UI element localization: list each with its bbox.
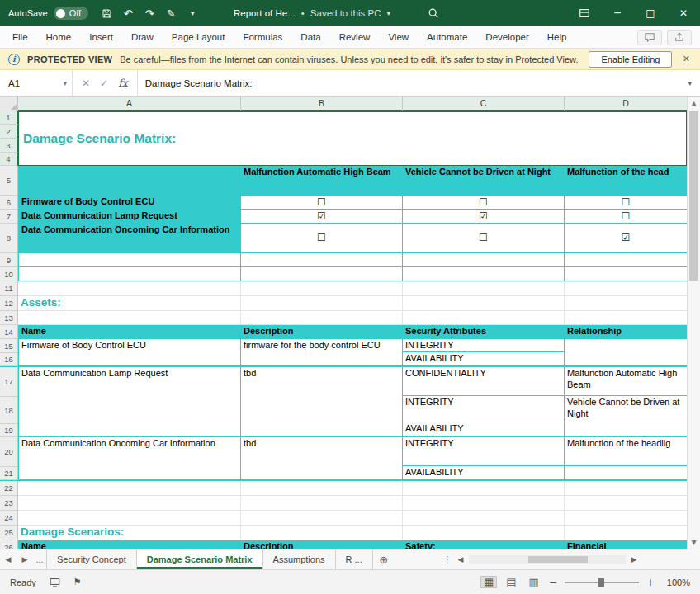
checkbox-c8[interactable]: ☐	[403, 224, 565, 253]
row-header-23[interactable]: 23	[0, 496, 18, 511]
cell-d19[interactable]	[565, 422, 687, 436]
comments-icon[interactable]	[637, 30, 662, 45]
autosave-toggle[interactable]: Off	[54, 7, 88, 20]
cell-c17[interactable]: CONFIDENTIALITY	[403, 367, 565, 396]
cell-d20[interactable]: Malfunction of the headlig	[565, 437, 687, 466]
row-header-13[interactable]: 13	[0, 311, 18, 325]
cell-d12[interactable]	[565, 296, 687, 311]
cell-c24[interactable]	[403, 511, 565, 526]
share-icon[interactable]	[667, 30, 692, 45]
cell-d22[interactable]	[565, 481, 687, 496]
pen-icon[interactable]: ✎	[161, 2, 181, 24]
cell-c16[interactable]: AVAILABILITY	[403, 352, 565, 365]
cell-d17[interactable]: Malfunction Automatic High Beam	[565, 367, 687, 396]
tab-help[interactable]: Help	[538, 26, 576, 48]
row-header-4[interactable]: 4	[0, 153, 18, 166]
cell-b14[interactable]: Description	[241, 325, 403, 339]
tab-file[interactable]: File	[3, 26, 37, 48]
tab-insert[interactable]: Insert	[80, 26, 122, 48]
cell-a7[interactable]: Data Communication Lamp Request	[18, 210, 241, 224]
tab-scroll-right-icon[interactable]: ▶	[17, 549, 33, 569]
cell-a12-assets-heading[interactable]: Assets:	[18, 296, 241, 311]
cell-a6[interactable]: Firmware of Body Control ECU	[18, 196, 241, 210]
cell-b9[interactable]	[241, 253, 403, 267]
accessibility-icon[interactable]	[50, 578, 60, 587]
vertical-scroll-thumb[interactable]	[689, 111, 698, 280]
insert-function-icon[interactable]: fx	[118, 77, 128, 89]
enter-icon[interactable]: ✓	[100, 78, 108, 89]
cell-a26[interactable]: Name	[18, 540, 241, 549]
checkbox-b8[interactable]: ☐	[241, 224, 403, 253]
page-break-view-icon[interactable]: ▥	[527, 577, 542, 587]
cell-a22[interactable]	[18, 481, 241, 496]
cell-d18[interactable]: Vehicle Cannot be Driven at Night	[565, 396, 687, 422]
cell-b12[interactable]	[241, 296, 403, 311]
cell-c14[interactable]: Security Attributes	[403, 325, 565, 339]
checkbox-b6[interactable]: ☐	[241, 196, 403, 210]
cell-c22[interactable]	[403, 481, 565, 496]
vertical-scroll-track[interactable]	[688, 110, 700, 535]
column-header-c[interactable]: C	[403, 97, 565, 111]
new-sheet-icon[interactable]: ⊕	[373, 549, 395, 569]
vertical-scrollbar[interactable]: ▲ ▼	[687, 97, 700, 549]
row-header-16[interactable]: 16	[0, 353, 18, 366]
cell-a11[interactable]	[18, 281, 241, 296]
name-box[interactable]: A1 ▾	[0, 70, 73, 96]
tab-page-layout[interactable]: Page Layout	[163, 26, 234, 48]
column-header-a[interactable]: A	[18, 97, 241, 111]
cell-c21[interactable]: AVAILABILITY	[403, 466, 565, 479]
page-layout-view-icon[interactable]: ▤	[504, 577, 518, 587]
tab-home[interactable]: Home	[37, 26, 81, 48]
cell-a8[interactable]: Data Communication Oncoming Car Informat…	[18, 224, 241, 253]
row-header-19[interactable]: 19	[0, 424, 18, 437]
row-header-18[interactable]: 18	[0, 397, 18, 424]
macro-record-icon[interactable]: ⚑	[73, 577, 82, 587]
save-icon[interactable]	[97, 2, 116, 24]
tab-overflow-indicator[interactable]: ...	[33, 549, 46, 569]
row-header-2[interactable]: 2	[0, 125, 18, 139]
cell-c25[interactable]	[403, 526, 565, 540]
cell-b17[interactable]: tbd	[241, 367, 403, 436]
document-title-area[interactable]: Report of He... • Saved to this PC ▾	[234, 0, 390, 26]
row-header-25[interactable]: 25	[0, 526, 18, 540]
tab-review[interactable]: Review	[330, 26, 380, 48]
hscroll-left-icon[interactable]: ◀	[452, 549, 469, 569]
cell-b15[interactable]: firmware for the body control ECU	[241, 339, 403, 365]
tab-draw[interactable]: Draw	[122, 26, 163, 48]
formula-bar-expand-icon[interactable]: ▾	[679, 70, 700, 96]
cancel-icon[interactable]: ✕	[82, 78, 90, 89]
cell-c23[interactable]	[403, 496, 565, 511]
sheet-tab-assumptions[interactable]: Assumptions	[263, 549, 336, 569]
cell-d24[interactable]	[565, 511, 687, 526]
row-header-26[interactable]: 26	[0, 540, 18, 549]
ribbon-display-options-icon[interactable]	[568, 0, 601, 26]
cell-a1-title[interactable]: Damage Scenario Matrix:	[18, 111, 687, 166]
cell-a20[interactable]: Data Communication Oncoming Car Informat…	[18, 437, 241, 479]
cell-a9[interactable]	[18, 253, 241, 267]
cell-c13[interactable]	[403, 311, 565, 325]
row-header-24[interactable]: 24	[0, 511, 18, 526]
cell-b23[interactable]	[241, 496, 403, 511]
undo-icon[interactable]: ↶	[118, 2, 138, 24]
cell-d15[interactable]	[565, 339, 687, 365]
scroll-down-icon[interactable]: ▼	[688, 535, 700, 549]
cell-d14[interactable]: Relationship	[565, 325, 687, 339]
column-header-b[interactable]: B	[241, 97, 403, 111]
row-header-8[interactable]: 8	[0, 224, 18, 253]
minimize-button[interactable]: ─	[601, 0, 634, 26]
zoom-out-icon[interactable]: −	[549, 577, 557, 588]
row-header-21[interactable]: 21	[0, 467, 18, 480]
row-header-9[interactable]: 9	[0, 253, 18, 267]
zoom-slider-thumb[interactable]	[598, 578, 604, 587]
formula-input[interactable]: Damage Scenario Matrix:	[138, 70, 680, 96]
close-icon[interactable]: ✕	[683, 54, 700, 64]
enable-editing-button[interactable]: Enable Editing	[589, 51, 672, 68]
cell-c9[interactable]	[403, 253, 565, 267]
cell-d26[interactable]: Financial	[565, 540, 687, 549]
cell-a25-scenarios-heading[interactable]: Damage Scenarios:	[18, 526, 241, 540]
row-header-15[interactable]: 15	[0, 339, 18, 353]
cell-c12[interactable]	[403, 296, 565, 311]
cell-b5[interactable]: Malfunction Automatic High Beam	[241, 166, 403, 196]
cell-c19[interactable]: AVAILABILITY	[403, 422, 565, 436]
tab-data[interactable]: Data	[291, 26, 329, 48]
